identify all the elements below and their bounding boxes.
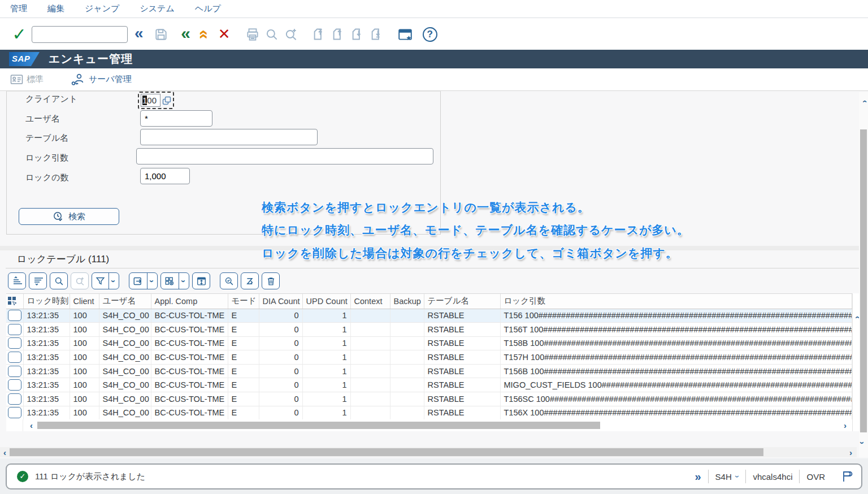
lock-arg-input[interactable] bbox=[136, 148, 433, 164]
insert-mode[interactable]: OVR bbox=[806, 472, 825, 482]
page-hscroll-thumb[interactable] bbox=[10, 448, 763, 456]
collapse-toolbar-icon[interactable]: « bbox=[134, 24, 144, 42]
row-checkbox[interactable] bbox=[8, 352, 21, 363]
sort-ascending-button[interactable] bbox=[8, 272, 26, 289]
back-icon[interactable]: « bbox=[176, 25, 196, 44]
exit-icon[interactable]: « bbox=[196, 25, 215, 44]
menu-item-admin[interactable]: 管理 bbox=[10, 3, 27, 14]
col-header-appl-comp[interactable]: Appl. Comp bbox=[151, 294, 228, 309]
select-all-icon[interactable] bbox=[7, 296, 22, 306]
user-input[interactable] bbox=[140, 110, 212, 127]
page-scroll-up-icon[interactable]: › bbox=[859, 100, 868, 103]
row-checkbox[interactable] bbox=[8, 366, 21, 377]
last-page-icon[interactable] bbox=[367, 25, 387, 44]
col-header-client[interactable]: Client bbox=[70, 294, 99, 309]
row-checkbox[interactable] bbox=[8, 337, 21, 349]
row-checkbox[interactable] bbox=[8, 324, 21, 335]
table-row[interactable]: 13:21:35 100 S4H_CO_00 BC-CUS-TOL-TME E … bbox=[6, 364, 852, 378]
table-row[interactable]: 13:21:35 100 S4H_CO_00 BC-CUS-TOL-TME E … bbox=[6, 392, 852, 406]
page-scroll-down-icon[interactable]: › bbox=[858, 441, 867, 444]
row-checkbox[interactable] bbox=[8, 379, 21, 391]
client-field[interactable]: 100 bbox=[138, 92, 174, 109]
layout-grid-icon[interactable] bbox=[161, 273, 179, 289]
find-in-table-button[interactable] bbox=[50, 272, 68, 289]
page-vscroll-thumb[interactable] bbox=[860, 129, 867, 432]
system-id-dropdown[interactable]: S4H › bbox=[715, 472, 739, 482]
refresh-button[interactable] bbox=[241, 272, 259, 289]
col-header-table-name[interactable]: テーブル名 bbox=[424, 294, 500, 309]
row-checkbox[interactable] bbox=[8, 310, 21, 321]
col-header-dia-count[interactable]: DIA Count bbox=[259, 294, 302, 309]
row-checkbox[interactable] bbox=[8, 393, 21, 405]
print-icon[interactable] bbox=[243, 25, 262, 44]
lock-table-title: ロックテーブル (111) bbox=[17, 253, 109, 266]
save-icon[interactable] bbox=[151, 25, 171, 44]
row-checkbox[interactable] bbox=[8, 407, 21, 418]
cell-upd: 1 bbox=[302, 392, 350, 406]
table-row[interactable]: 13:21:35 100 S4H_CO_00 BC-CUS-TOL-TME E … bbox=[6, 406, 852, 419]
layout-dropdown-chevron[interactable]: › bbox=[179, 273, 189, 289]
cell-dia: 0 bbox=[259, 309, 302, 323]
command-input[interactable] bbox=[32, 26, 128, 43]
export-button[interactable]: › bbox=[129, 272, 158, 289]
table-row[interactable]: 13:21:35 100 S4H_CO_00 BC-CUS-TOL-TME E … bbox=[6, 309, 852, 323]
col-header-mode[interactable]: モード bbox=[228, 294, 259, 309]
col-header-backup[interactable]: Backup bbox=[390, 294, 424, 309]
menu-item-goto[interactable]: ジャンプ bbox=[85, 3, 119, 14]
status-expand-icon[interactable]: » bbox=[695, 470, 701, 483]
sort-descending-button[interactable] bbox=[29, 272, 47, 289]
table-row[interactable]: 13:21:35 100 S4H_CO_00 BC-CUS-TOL-TME E … bbox=[6, 336, 852, 350]
menu-item-edit[interactable]: 編集 bbox=[47, 3, 64, 14]
cell-lock-arg: T156SC 100##############################… bbox=[500, 392, 852, 406]
server-admin-button[interactable]: サーバ管理 bbox=[71, 73, 132, 86]
table-scroll-right-icon[interactable]: › bbox=[844, 421, 847, 430]
table-hscroll-thumb[interactable] bbox=[37, 422, 600, 429]
lock-count-input[interactable] bbox=[140, 168, 190, 184]
table-row[interactable]: 13:21:35 100 S4H_CO_00 BC-CUS-TOL-TME E … bbox=[6, 350, 852, 365]
cell-mode: E bbox=[228, 323, 259, 337]
find-next-icon[interactable] bbox=[281, 25, 301, 44]
page-scroll-left-icon[interactable]: ‹ bbox=[3, 448, 6, 457]
clock-check-icon bbox=[53, 211, 64, 222]
table-row[interactable]: 13:21:35 100 S4H_CO_00 BC-CUS-TOL-TME E … bbox=[6, 378, 852, 392]
table-name-input[interactable] bbox=[140, 129, 318, 145]
cell-user: S4H_CO_00 bbox=[99, 392, 151, 406]
table-scroll-left-icon[interactable]: ‹ bbox=[30, 421, 33, 430]
layout-button[interactable]: › bbox=[160, 272, 189, 289]
filter-button[interactable]: › bbox=[92, 272, 119, 289]
delete-lock-button[interactable] bbox=[262, 272, 280, 289]
filter-dropdown-chevron[interactable]: › bbox=[109, 273, 119, 289]
col-header-lock-arg[interactable]: ロック引数 bbox=[500, 294, 852, 309]
performance-icon[interactable] bbox=[840, 470, 853, 483]
status-message: 111 ロックが表示されました bbox=[35, 471, 145, 482]
export-dropdown-chevron[interactable]: › bbox=[147, 273, 157, 289]
select-all-header[interactable] bbox=[6, 294, 23, 309]
user-label: ユーザ名 bbox=[25, 114, 60, 124]
col-header-user[interactable]: ユーザ名 bbox=[99, 294, 151, 309]
next-page-icon[interactable] bbox=[348, 25, 367, 44]
cancel-icon[interactable]: ✕ bbox=[215, 25, 234, 44]
system-dropdown-chevron[interactable]: › bbox=[733, 475, 742, 478]
col-header-lock-time[interactable]: ロック時刻 bbox=[23, 294, 70, 309]
menu-item-help[interactable]: ヘルプ bbox=[195, 3, 221, 14]
col-header-upd-count[interactable]: UPD Count bbox=[302, 294, 350, 309]
cell-lock-time: 13:21:35 bbox=[23, 364, 70, 378]
export-icon[interactable] bbox=[129, 273, 147, 289]
first-page-icon[interactable] bbox=[310, 25, 329, 44]
menu-item-system[interactable]: システム bbox=[140, 3, 174, 14]
multiple-selection-icon[interactable] bbox=[162, 96, 171, 105]
detail-button[interactable] bbox=[220, 272, 238, 289]
enter-icon[interactable]: ✓ bbox=[9, 24, 29, 44]
cell-table-name: RSTABLE bbox=[424, 350, 500, 365]
client-value[interactable]: 100 bbox=[141, 94, 160, 107]
page-scroll-right-icon[interactable]: › bbox=[849, 448, 852, 457]
col-header-context[interactable]: Context bbox=[350, 294, 390, 309]
new-session-icon[interactable] bbox=[396, 25, 415, 44]
fit-column-width-button[interactable] bbox=[192, 272, 210, 289]
prev-page-icon[interactable] bbox=[329, 25, 348, 44]
search-button[interactable]: 検索 bbox=[19, 208, 119, 225]
filter-icon[interactable] bbox=[92, 273, 108, 289]
find-icon[interactable] bbox=[262, 25, 281, 44]
table-row[interactable]: 13:21:35 100 S4H_CO_00 BC-CUS-TOL-TME E … bbox=[6, 323, 852, 337]
help-icon[interactable]: ? bbox=[420, 25, 440, 44]
